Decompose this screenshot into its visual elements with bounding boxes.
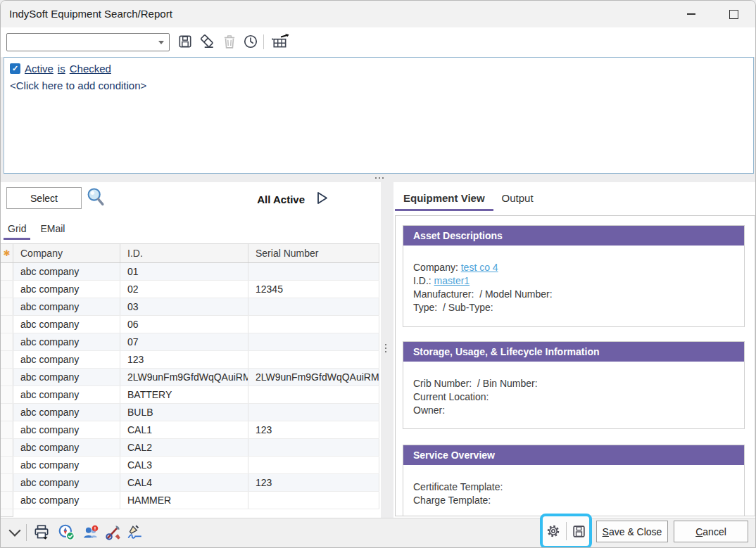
signature-button[interactable]	[125, 523, 144, 542]
cell-id: 2LW9unFm9GfdWqQAuiRMLb	[120, 369, 248, 385]
cell-company: abc company	[13, 263, 120, 280]
row-selector[interactable]	[1, 404, 13, 421]
row-selector[interactable]	[1, 316, 13, 333]
condition-value-link[interactable]: Checked	[70, 63, 111, 75]
row-selector[interactable]	[1, 369, 13, 385]
printer-icon	[32, 523, 51, 542]
row-selector[interactable]	[1, 263, 13, 280]
table-row[interactable]: abc companyHAMMER	[1, 492, 379, 509]
row-selector[interactable]	[1, 421, 13, 438]
table-row[interactable]: abc companyBATTERY	[1, 386, 379, 404]
cell-company: abc company	[13, 333, 120, 350]
expand-toolbar-button[interactable]	[5, 523, 25, 542]
row-selector[interactable]	[1, 439, 13, 456]
save-icon	[572, 524, 586, 539]
select-button[interactable]: Select	[6, 187, 82, 209]
row-selector[interactable]	[1, 333, 13, 350]
table-row[interactable]: abc company07	[1, 333, 379, 351]
personnel-button[interactable]	[81, 523, 101, 542]
run-search-button[interactable]	[316, 191, 330, 205]
tab-grid[interactable]: Grid	[1, 219, 33, 240]
cell-serial	[248, 298, 379, 315]
cell-serial: 2LW9unFm9GfdWqQAuiRMLb	[248, 369, 379, 385]
condition-checkbox[interactable]: ✓	[10, 63, 20, 74]
users-badge-icon	[82, 523, 100, 542]
clear-search-button[interactable]	[198, 32, 216, 51]
grid-body: abc company01abc company0212345abc compa…	[1, 263, 379, 509]
search-button[interactable]	[86, 186, 106, 208]
tools-icon	[104, 523, 122, 542]
add-condition-link[interactable]: <Click here to add condition>	[10, 79, 146, 91]
tab-email[interactable]: EMail	[33, 219, 72, 240]
table-row[interactable]: abc companyCAL3	[1, 457, 379, 474]
tab-output[interactable]: Output	[493, 188, 542, 211]
column-header-id[interactable]: I.D.	[120, 244, 248, 262]
search-history-button[interactable]	[241, 32, 260, 51]
asterisk-icon: ✱	[3, 248, 10, 258]
app-window: IndySoft Equipment Search/Report	[0, 0, 756, 548]
clock-icon	[243, 34, 258, 49]
table-row[interactable]: abc company03	[1, 298, 379, 316]
id-link[interactable]: master1	[434, 275, 470, 286]
table-row[interactable]: abc company06	[1, 316, 379, 333]
condition-operator-link[interactable]: is	[58, 63, 65, 75]
row-selector[interactable]	[1, 457, 13, 473]
section-title: Storage, Usage, & Lifecycle Information	[403, 342, 744, 362]
row-selector[interactable]	[1, 492, 13, 509]
table-row[interactable]: abc company2LW9unFm9GfdWqQAuiRMLb2LW9unF…	[1, 369, 379, 386]
maximize-button[interactable]	[717, 1, 750, 27]
row-selector[interactable]	[1, 474, 13, 491]
send-to-grid-button[interactable]	[269, 32, 291, 51]
cell-serial	[248, 263, 379, 280]
company-link[interactable]: test co 4	[461, 262, 498, 273]
minimize-icon	[687, 13, 695, 15]
scope-label[interactable]: All Active	[257, 193, 305, 205]
table-row[interactable]: abc company123	[1, 351, 379, 369]
cell-id: HAMMER	[120, 492, 248, 509]
table-row[interactable]: abc companyCAL2	[1, 439, 379, 457]
cell-id: CAL3	[120, 457, 248, 473]
cell-company: abc company	[13, 369, 120, 385]
cell-company: abc company	[13, 421, 120, 438]
web-validate-button[interactable]	[57, 523, 77, 542]
print-button[interactable]	[32, 523, 51, 542]
delete-search-button[interactable]	[220, 32, 239, 51]
cell-serial	[248, 457, 379, 473]
table-row[interactable]: abc company01	[1, 263, 379, 281]
vertical-splitter[interactable]	[383, 340, 389, 356]
save-search-button[interactable]	[176, 32, 194, 51]
horizontal-splitter[interactable]	[372, 175, 387, 181]
save-settings-button[interactable]	[569, 521, 589, 541]
row-selector[interactable]	[1, 298, 13, 315]
minimize-button[interactable]	[675, 1, 707, 27]
saved-search-input[interactable]	[10, 34, 151, 50]
row-selector[interactable]	[1, 281, 13, 298]
saved-search-combobox[interactable]	[6, 33, 170, 51]
crib-line: Crib Number: / Bin Number:	[413, 377, 744, 390]
section-asset-descriptions: Asset Descriptions Company: test co 4 I.…	[403, 225, 745, 327]
row-selector[interactable]	[1, 386, 13, 403]
cell-id: CAL2	[120, 439, 248, 456]
column-header-company[interactable]: Company	[13, 244, 120, 262]
save-close-button[interactable]: Save & Close	[596, 521, 668, 542]
cell-company: abc company	[13, 404, 120, 421]
company-line: Company: test co 4	[413, 261, 744, 274]
cell-company: abc company	[13, 351, 120, 368]
row-selector-header[interactable]: ✱	[1, 244, 13, 262]
row-selector[interactable]	[1, 351, 13, 368]
column-header-serial[interactable]: Serial Number	[248, 244, 379, 262]
tools-button[interactable]	[103, 523, 123, 542]
table-row[interactable]: abc companyBULB	[1, 404, 379, 421]
cell-serial	[248, 351, 379, 368]
table-row[interactable]: abc companyCAL1123	[1, 421, 379, 439]
tab-equipment-view[interactable]: Equipment View	[395, 188, 493, 211]
search-icon	[86, 186, 106, 208]
table-row[interactable]: abc company0212345	[1, 281, 379, 298]
cancel-button[interactable]: Cancel	[674, 521, 748, 542]
cell-serial	[248, 333, 379, 350]
settings-button[interactable]	[543, 521, 563, 541]
grid-header-row: ✱ Company I.D. Serial Number	[1, 243, 379, 263]
chevron-down-icon[interactable]	[158, 41, 164, 44]
table-row[interactable]: abc companyCAL4123	[1, 474, 379, 492]
condition-field-link[interactable]: Active	[25, 63, 53, 75]
